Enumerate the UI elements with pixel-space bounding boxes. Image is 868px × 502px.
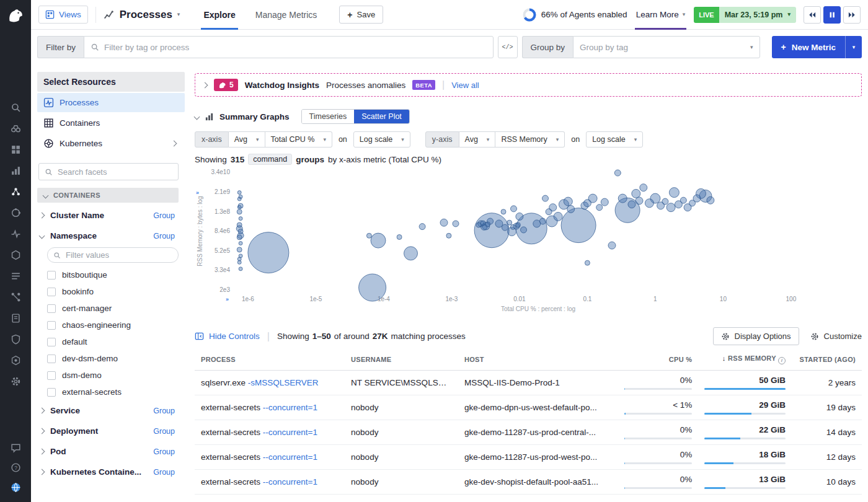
checkbox[interactable] [47, 288, 56, 296]
display-options-button[interactable]: Display Options [713, 327, 799, 345]
filter-input[interactable] [104, 43, 487, 52]
chat-icon[interactable] [0, 438, 31, 457]
column-header-host[interactable]: HOST [458, 349, 618, 370]
hide-controls-link[interactable]: Hide Controls [195, 332, 260, 341]
settings-icon[interactable] [0, 371, 31, 392]
checkbox[interactable] [47, 321, 56, 330]
checkbox[interactable] [47, 304, 56, 313]
table-row[interactable]: external-secrets --concurrent=1nobodygke… [195, 469, 862, 494]
help-icon[interactable]: ? [0, 457, 31, 477]
chevron-right-icon[interactable] [202, 82, 208, 88]
info-icon[interactable]: i [778, 357, 786, 364]
process-args-link[interactable]: --concurrent=1 [263, 403, 317, 412]
toggle-scatter-plot[interactable]: Scatter Plot [354, 110, 409, 123]
group-tag-chip[interactable]: command [248, 154, 292, 165]
chevron-down-icon[interactable] [194, 113, 200, 120]
x-metric-select[interactable]: Total CPU %▾ [265, 131, 332, 148]
filter-values-input[interactable] [66, 250, 172, 260]
resource-item-kubernetes[interactable]: Kubernetes [37, 134, 185, 153]
namespace-option-cert-manager[interactable]: cert-manager [37, 300, 185, 317]
facet-pod[interactable]: PodGroup [37, 441, 185, 462]
axis-pan-handle[interactable]: » [226, 296, 229, 302]
group-link[interactable]: Group [153, 211, 175, 220]
security-icon[interactable] [0, 328, 31, 350]
table-row[interactable]: sqlservr.exe -sMSSQLSERVERNT SERVICE\MSS… [195, 370, 862, 395]
facet-deployment[interactable]: DeploymentGroup [37, 421, 185, 441]
containers-section-header[interactable]: CONTAINERS [37, 188, 179, 203]
group-link[interactable]: Group [153, 447, 175, 456]
resource-item-processes[interactable]: Processes [37, 93, 185, 112]
learn-more-dropdown[interactable]: Learn More▾ [635, 0, 687, 30]
forward-button[interactable] [843, 6, 861, 24]
tab-explore[interactable]: Explore [203, 0, 235, 30]
search-icon[interactable] [0, 97, 31, 118]
checkbox[interactable] [47, 271, 56, 280]
namespace-option-bookinfo[interactable]: bookinfo [37, 283, 185, 300]
views-button[interactable]: Views [38, 6, 88, 24]
column-header-cpu-[interactable]: CPU % [618, 349, 698, 370]
process-args-link[interactable]: --concurrent=1 [263, 477, 317, 487]
software-catalog-icon[interactable] [0, 350, 31, 371]
namespace-option-bitsboutique[interactable]: bitsboutique [37, 266, 185, 283]
axis-pan-handle[interactable]: » [196, 190, 199, 196]
namespace-option-external-secrets[interactable]: external-secrets [37, 384, 185, 400]
namespace-option-dev-dsm-demo[interactable]: dev-dsm-demo [37, 350, 185, 367]
process-args-link[interactable]: --concurrent=1 [263, 452, 317, 462]
y-scale-select[interactable]: Log scale▾ [586, 131, 643, 148]
checkbox[interactable] [47, 371, 56, 380]
column-header-started-ago-[interactable]: STARTED (AGO) [792, 349, 862, 370]
time-range-picker[interactable]: LIVE Mar 23, 5:19 pm▾ [694, 7, 796, 23]
service-map-icon[interactable] [0, 202, 31, 223]
account-icon[interactable] [0, 477, 31, 497]
checkbox[interactable] [47, 354, 56, 363]
synthetics-icon[interactable] [0, 223, 31, 244]
code-view-button[interactable]: </> [498, 36, 518, 58]
group-link[interactable]: Group [153, 468, 175, 477]
new-metric-dropdown-button[interactable]: ▾ [845, 36, 862, 58]
checkbox[interactable] [47, 388, 56, 397]
infrastructure-icon[interactable] [0, 244, 31, 265]
facet-cluster-name[interactable]: Cluster Name Group [37, 205, 185, 226]
column-header-username[interactable]: USERNAME [345, 349, 458, 370]
group-link[interactable]: Group [153, 407, 175, 415]
namespace-option-chaos-engineering[interactable]: chaos-engineering [37, 317, 185, 333]
facet-kubernetes-containe-[interactable]: Kubernetes Containe...Group [37, 462, 185, 482]
group-link[interactable]: Group [153, 232, 175, 240]
view-all-link[interactable]: View all [451, 81, 479, 90]
watchdog-icon[interactable] [0, 118, 31, 139]
facet-service[interactable]: ServiceGroup [37, 400, 185, 421]
table-row[interactable]: external-secrets --concurrent=1nobodygke… [195, 395, 862, 420]
dashboards-icon[interactable] [0, 139, 31, 160]
new-metric-button[interactable]: +New Metric [772, 36, 845, 58]
chevron-down-icon[interactable]: ▾ [177, 12, 180, 17]
tab-manage-metrics[interactable]: Manage Metrics [255, 0, 317, 30]
namespace-option-dsm-demo[interactable]: dsm-demo [37, 367, 185, 384]
process-args-link[interactable]: -sMSSQLSERVER [248, 378, 319, 387]
resource-item-containers[interactable]: Containers [37, 113, 185, 133]
group-by-select[interactable]: Group by tag ▾ [573, 36, 760, 58]
watchdog-insights-banner[interactable]: 5 Watchdog Insights Processes anomalies … [195, 73, 862, 97]
y-metric-select[interactable]: RSS Memory▾ [495, 131, 565, 148]
group-link[interactable]: Group [153, 427, 175, 436]
table-row[interactable]: external-secrets --concurrent=1nobodygke… [195, 420, 862, 444]
scatter-plot[interactable]: 3.4e102.1e91.3e88.4e65.2e53.3e42e31e-61e… [195, 166, 849, 319]
checkbox[interactable] [47, 338, 56, 346]
toggle-timeseries[interactable]: Timeseries [302, 110, 355, 123]
time-range-label[interactable]: Mar 23, 5:19 pm▾ [719, 7, 796, 23]
datadog-logo[interactable] [5, 5, 26, 26]
column-header-rss-memory[interactable]: ↓ RSS MEMORY i [698, 349, 792, 370]
network-icon[interactable] [0, 286, 31, 307]
table-row[interactable]: external-secrets --concurrent=1nobodygke… [195, 444, 862, 469]
column-header-process[interactable]: PROCESS [195, 349, 345, 370]
processes-icon[interactable] [0, 265, 31, 286]
pause-button[interactable] [823, 6, 841, 24]
customize-button[interactable]: Customize [810, 332, 862, 341]
apm-icon[interactable] [0, 181, 31, 202]
rewind-button[interactable] [804, 6, 821, 24]
facet-search-input[interactable] [58, 167, 172, 177]
metrics-icon[interactable] [0, 160, 31, 181]
x-scale-select[interactable]: Log scale▾ [353, 131, 410, 148]
y-aggregation-select[interactable]: Avg▾ [459, 131, 496, 148]
process-args-link[interactable]: --concurrent=1 [263, 428, 317, 437]
facet-namespace[interactable]: Namespace Group [37, 226, 185, 246]
